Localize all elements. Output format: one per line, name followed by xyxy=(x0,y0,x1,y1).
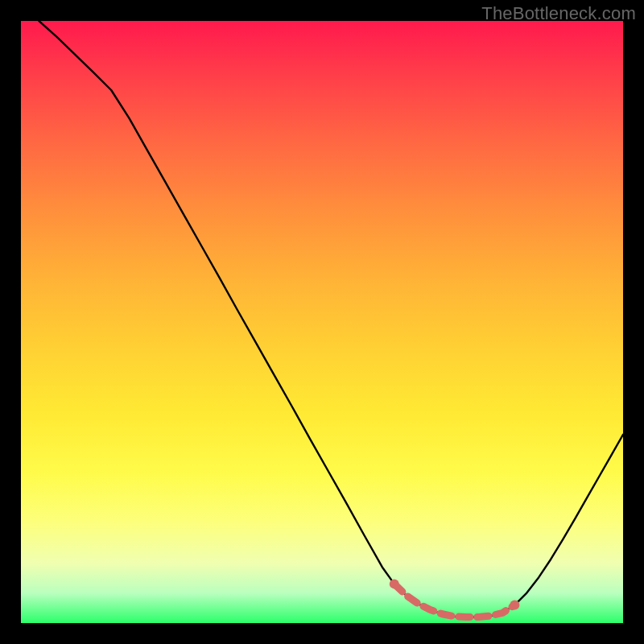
curve-layer xyxy=(21,21,623,623)
highlight-segment xyxy=(394,584,515,617)
watermark-label: TheBottleneck.com xyxy=(481,3,636,24)
plot-area xyxy=(21,21,623,623)
highlight-dot xyxy=(510,601,519,610)
chart-frame: TheBottleneck.com xyxy=(0,0,644,644)
highlight-markers xyxy=(390,579,520,617)
highlight-dot xyxy=(390,579,399,588)
bottleneck-curve xyxy=(39,21,623,617)
